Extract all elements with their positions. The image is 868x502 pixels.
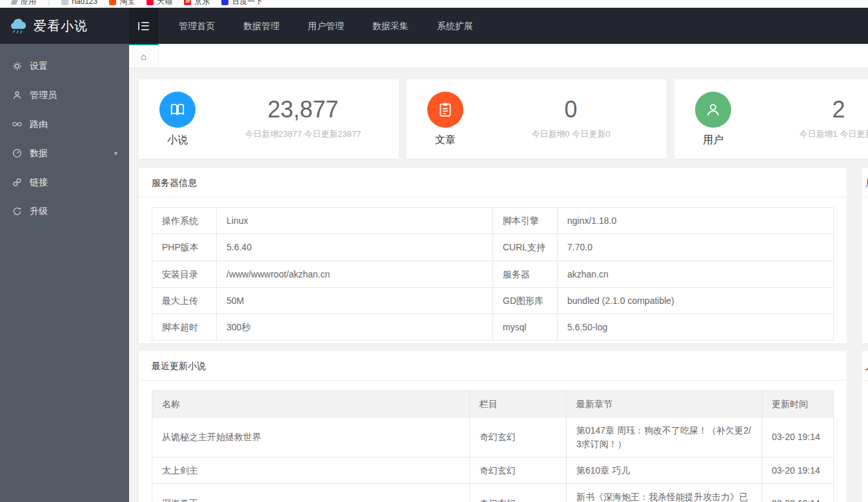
nav-item-user[interactable]: 用户管理 bbox=[294, 8, 358, 44]
book-icon bbox=[159, 92, 196, 128]
upgrade-icon bbox=[12, 206, 22, 217]
server-info-label: 安装目录 bbox=[152, 261, 217, 287]
sidebar-item-data[interactable]: 数据▼ bbox=[0, 139, 129, 168]
site-icon bbox=[109, 0, 116, 5]
server-info-label: 操作系统 bbox=[152, 208, 217, 234]
column-header: 最新章节 bbox=[567, 391, 762, 417]
app-logo[interactable]: 爱看小说 bbox=[0, 17, 129, 35]
sidebar-item-upgrade[interactable]: 升级 bbox=[0, 197, 129, 226]
server-info-value: 300秒 bbox=[217, 314, 493, 341]
server-info-value: /www/wwwroot/akzhan.cn bbox=[217, 261, 493, 287]
novels-panel-body: 名称栏目最新章节更新时间 从诡秘之主开始拯救世界奇幻玄幻第0147章 周珏：狗改… bbox=[139, 381, 847, 502]
bookmark-item[interactable]: hao123 bbox=[61, 0, 97, 6]
sidebar-item-route[interactable]: 路由 bbox=[0, 110, 129, 139]
bookmark-label: 应用 bbox=[21, 0, 36, 7]
stat-value-block: 2今日新增1 今日更新1 bbox=[743, 79, 868, 159]
server-info-value: 5.6.50-log bbox=[558, 314, 834, 341]
sidebar-item-label: 数据 bbox=[30, 148, 48, 159]
server-info-label: 最大上传 bbox=[152, 287, 217, 314]
bookmark-label: 京东 bbox=[194, 0, 210, 7]
novel-name: 从诡秘之主开始拯救世界 bbox=[152, 417, 470, 457]
novel-category: 奇幻玄幻 bbox=[470, 457, 567, 483]
user-icon bbox=[12, 90, 22, 101]
sidebar-menu: 设置管理员路由数据▼链接升级 bbox=[0, 44, 129, 226]
table-header-row: 名称栏目最新章节更新时间 bbox=[152, 391, 834, 417]
novel-update-time: 03-20 19:14 bbox=[762, 484, 834, 502]
novel-category: 奇幻玄幻 bbox=[470, 484, 567, 502]
stat-label: 文章 bbox=[435, 134, 456, 147]
server-info-label: PHP版本 bbox=[152, 234, 217, 261]
bookmark-label: 天猫 bbox=[157, 0, 172, 7]
apps-icon: ▦ bbox=[10, 0, 17, 5]
stat-label: 用户 bbox=[703, 134, 723, 147]
clipboard-icon bbox=[427, 92, 463, 128]
novels-panel-title: 最近更新小说 bbox=[139, 351, 847, 381]
bookmark-item[interactable]: JD京东 bbox=[184, 0, 210, 7]
top-nav: 管理首页数据管理用户管理数据采集系统扩展 bbox=[165, 8, 487, 44]
stat-subtext: 今日新增23877 今日更新23877 bbox=[245, 128, 361, 140]
column-header: 更新时间 bbox=[762, 391, 834, 417]
sidebar: 设置管理员路由数据▼链接升级 bbox=[0, 44, 129, 502]
novel-name: 深海拳王 bbox=[152, 484, 470, 502]
novel-name: 太上剑主 bbox=[152, 457, 470, 483]
novel-latest-chapter: 新书《深海炮王：我杀怪能提升攻击力》已发 bbox=[567, 484, 762, 502]
server-info-label: mysql bbox=[493, 314, 558, 341]
stat-value-block: 0今日新增0 今日更新0 bbox=[475, 79, 667, 159]
right-panel-partial-top: 局 bbox=[862, 168, 868, 343]
jd-icon: JD bbox=[184, 0, 191, 5]
column-header: 栏目 bbox=[470, 391, 567, 417]
novel-update-time: 03-20 19:14 bbox=[762, 457, 834, 483]
bookmarks-row: ▦应用|hao123淘宝天猫JD京东百度一下 bbox=[0, 0, 868, 8]
column-header: 名称 bbox=[152, 391, 470, 417]
bookmark-label: 百度一下 bbox=[232, 0, 263, 7]
bookmark-item[interactable]: 天猫 bbox=[146, 0, 172, 7]
sidebar-item-label: 设置 bbox=[30, 61, 48, 72]
server-info-value: 7.70.0 bbox=[558, 234, 834, 261]
stat-value-block: 23,877今日新增23877 今日更新23877 bbox=[207, 79, 399, 159]
route-icon bbox=[12, 119, 22, 130]
server-panel-title: 服务器信息 bbox=[139, 168, 847, 197]
nav-item-home[interactable]: 管理首页 bbox=[165, 8, 229, 44]
server-info-value: nginx/1.18.0 bbox=[558, 208, 834, 234]
bookmarks-divider: | bbox=[48, 0, 50, 6]
server-info-label: 服务器 bbox=[493, 261, 558, 287]
server-info-label: 脚本超时 bbox=[152, 314, 217, 341]
right-panel-title-fragment: 人 bbox=[862, 351, 868, 381]
browser-bookmarks-bar: ▦应用|hao123淘宝天猫JD京东百度一下 bbox=[0, 0, 868, 8]
sidebar-item-settings[interactable]: 设置 bbox=[0, 52, 129, 81]
sidebar-item-admin[interactable]: 管理员 bbox=[0, 81, 129, 110]
cloud-rain-logo-icon bbox=[8, 19, 28, 34]
sidebar-item-label: 升级 bbox=[30, 206, 48, 217]
bookmark-item[interactable]: 淘宝 bbox=[109, 0, 135, 7]
bookmark-item[interactable]: ▦应用 bbox=[10, 0, 36, 7]
data-icon bbox=[12, 148, 22, 159]
server-info-table: 操作系统Linux脚本引擎nginx/1.18.0PHP版本5.6.40CURL… bbox=[152, 207, 834, 341]
server-panel-body: 操作系统Linux脚本引擎nginx/1.18.0PHP版本5.6.40CURL… bbox=[139, 197, 847, 354]
right-panel-partial-bottom: 人 bbox=[862, 351, 868, 502]
stat-value: 23,877 bbox=[267, 98, 338, 121]
nav-item-collect[interactable]: 数据采集 bbox=[358, 8, 423, 44]
site-icon bbox=[61, 0, 68, 5]
stat-icon-block: 小说 bbox=[139, 79, 207, 159]
nav-item-extend[interactable]: 系统扩展 bbox=[423, 8, 487, 44]
gear-icon bbox=[12, 61, 22, 72]
server-info-row: 操作系统Linux脚本引擎nginx/1.18.0 bbox=[152, 208, 834, 234]
link-icon bbox=[12, 177, 22, 188]
table-row: 深海拳王奇幻玄幻新书《深海炮王：我杀怪能提升攻击力》已发03-20 19:14 bbox=[152, 484, 834, 502]
sidebar-item-link[interactable]: 链接 bbox=[0, 168, 129, 197]
stat-subtext: 今日新增0 今日更新0 bbox=[531, 128, 610, 140]
bookmark-label: 淘宝 bbox=[119, 0, 135, 7]
home-icon: ⌂ bbox=[141, 51, 146, 62]
table-row: 从诡秘之主开始拯救世界奇幻玄幻第0147章 周珏：狗改不了吃屎！（补欠更2/3求… bbox=[152, 417, 834, 457]
stats-row: 小说23,877今日新增23877 今日更新23877文章0今日新增0 今日更新… bbox=[139, 79, 868, 159]
app-title: 爱看小说 bbox=[34, 17, 88, 35]
stat-icon-block: 文章 bbox=[407, 79, 475, 159]
server-info-row: PHP版本5.6.40CURL支持7.70.0 bbox=[152, 234, 834, 261]
menu-collapse-button[interactable] bbox=[129, 8, 158, 44]
server-info-value: akzhan.cn bbox=[558, 261, 834, 287]
tab-bar: ⌂ bbox=[129, 44, 868, 68]
bookmark-item[interactable]: 百度一下 bbox=[221, 0, 263, 7]
nav-item-data[interactable]: 数据管理 bbox=[229, 8, 294, 44]
tab-home[interactable]: ⌂ bbox=[129, 44, 159, 68]
stat-card-article: 文章0今日新增0 今日更新0 bbox=[407, 79, 667, 159]
